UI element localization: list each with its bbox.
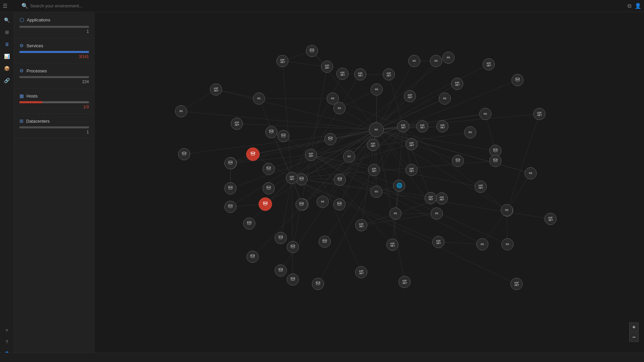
node-8[interactable]: [265, 126, 277, 138]
node-58[interactable]: ASP.NET: [436, 192, 448, 204]
sidebar-card-hosts[interactable]: ▦ Hosts 1/3: [14, 88, 94, 114]
node-10[interactable]: [263, 163, 275, 175]
node-66[interactable]: [247, 251, 259, 263]
sidebar-card-datacenters[interactable]: ⊞ Datacenters 1: [14, 114, 94, 139]
node-61[interactable]: [333, 198, 345, 210]
node-71[interactable]: IIS: [479, 108, 491, 120]
node-31[interactable]: ASP.NET: [336, 68, 348, 80]
node-17[interactable]: [178, 148, 190, 160]
search-area: 🔍: [21, 3, 625, 9]
help-icon[interactable]: ?: [2, 337, 12, 347]
node-43[interactable]: IIS: [369, 122, 384, 137]
node-77[interactable]: IIS: [525, 167, 537, 179]
node-63[interactable]: ASP.NET: [432, 236, 444, 248]
node-19[interactable]: [287, 241, 299, 253]
node-29[interactable]: IIS: [333, 102, 345, 114]
node-78[interactable]: ASP.NET: [544, 213, 556, 225]
node-62[interactable]: [296, 198, 308, 210]
node-52[interactable]: [324, 133, 336, 145]
node-65[interactable]: [319, 236, 331, 248]
node-45[interactable]: ASP.NET: [416, 120, 428, 132]
node-label-75: ASP.NET: [537, 112, 542, 116]
sidebar-card-processes[interactable]: ⚙ Processes 224: [14, 63, 94, 88]
node-46[interactable]: ASP.NET: [436, 120, 448, 132]
node-75[interactable]: ASP.NET: [533, 108, 545, 120]
sidebar-card-services[interactable]: ⚙ Services 3/141: [14, 38, 94, 63]
node-9[interactable]: [277, 130, 289, 142]
node-38[interactable]: [512, 74, 524, 86]
node-67[interactable]: [275, 264, 287, 277]
monitor-nav-icon[interactable]: 🖥: [2, 39, 12, 50]
node-51[interactable]: IIS: [343, 150, 355, 163]
expand-icon[interactable]: »: [2, 324, 12, 335]
node-79[interactable]: IIS: [501, 238, 514, 250]
grid-nav-icon[interactable]: ⊞: [2, 27, 12, 38]
node-1[interactable]: IIS: [175, 105, 187, 117]
node-49[interactable]: ASP.NET: [368, 164, 380, 176]
zoom-out-button[interactable]: −: [629, 333, 639, 342]
node-74[interactable]: ASP.NET: [475, 181, 487, 193]
node-83[interactable]: ASP.NET: [511, 278, 523, 290]
node-40[interactable]: IIS: [439, 93, 451, 105]
node-18[interactable]: [275, 232, 287, 244]
node-7[interactable]: ASP.NET: [231, 118, 243, 130]
node-68[interactable]: [287, 274, 299, 286]
node-16[interactable]: [224, 157, 236, 169]
node-70[interactable]: [312, 278, 324, 290]
node-34[interactable]: IIS: [408, 55, 420, 67]
node-60[interactable]: [334, 174, 346, 186]
node-6[interactable]: [246, 147, 260, 161]
node-37[interactable]: ASP.NET: [483, 58, 495, 70]
network-nav-icon[interactable]: 🔗: [2, 75, 12, 86]
services-bar-fill: [19, 51, 89, 53]
node-35[interactable]: IIS: [430, 55, 442, 67]
node-2[interactable]: ASP.NET: [210, 83, 222, 96]
node-36[interactable]: IIS: [442, 52, 454, 64]
zoom-in-button[interactable]: +: [629, 322, 639, 332]
node-30[interactable]: IIS: [371, 83, 383, 96]
node-56[interactable]: IIS: [431, 207, 443, 220]
node-33[interactable]: ASP.NET: [383, 68, 395, 80]
node-47[interactable]: ASP.NET: [367, 139, 379, 151]
window-icon[interactable]: ⧉: [628, 3, 631, 9]
node-22[interactable]: ASP.NET: [305, 149, 317, 161]
node-25[interactable]: ASP.NET: [276, 55, 288, 67]
node-73[interactable]: [489, 155, 501, 167]
node-57[interactable]: ASP.NET: [355, 219, 367, 231]
node-59[interactable]: 🌐: [393, 180, 405, 192]
node-80[interactable]: ASP.NET: [425, 192, 437, 204]
node-3[interactable]: IIS: [253, 93, 265, 105]
node-54[interactable]: IIS: [370, 186, 382, 198]
node-53[interactable]: IIS: [317, 196, 329, 208]
node-44[interactable]: ASP.NET: [397, 120, 409, 132]
node-69[interactable]: ASP.NET: [355, 266, 367, 278]
box-nav-icon[interactable]: 📦: [2, 63, 12, 74]
node-13[interactable]: [243, 218, 255, 230]
hamburger-icon[interactable]: ☰: [3, 3, 7, 9]
node-23[interactable]: ASP.NET: [286, 172, 298, 184]
search-input[interactable]: [30, 3, 104, 8]
node-42[interactable]: IIS: [464, 126, 476, 138]
node-50[interactable]: ASP.NET: [406, 164, 418, 176]
search-nav-icon[interactable]: 🔍: [2, 15, 12, 25]
node-11[interactable]: [263, 182, 275, 194]
node-26[interactable]: ASP.NET: [321, 61, 333, 73]
node-24[interactable]: [306, 45, 318, 57]
node-41[interactable]: ASP.NET: [451, 78, 463, 90]
sidebar-card-applications[interactable]: ⬡ Applications 1: [14, 12, 94, 38]
node-85[interactable]: IIS: [501, 204, 513, 216]
node-64[interactable]: ASP.NET: [386, 239, 398, 251]
node-84[interactable]: IIS: [476, 238, 488, 250]
node-15[interactable]: [224, 182, 236, 194]
node-label-57: ASP.NET: [359, 223, 364, 228]
node-55[interactable]: IIS: [389, 207, 401, 220]
node-81[interactable]: [452, 155, 464, 167]
node-39[interactable]: ASP.NET: [404, 90, 416, 102]
node-32[interactable]: ASP.NET: [354, 68, 366, 80]
node-48[interactable]: ASP.NET: [406, 138, 418, 150]
node-82[interactable]: ASP.NET: [398, 276, 411, 288]
chart-nav-icon[interactable]: 📊: [2, 51, 12, 62]
user-icon[interactable]: 👤: [635, 3, 641, 9]
node-14[interactable]: [224, 201, 236, 213]
node-12[interactable]: [259, 197, 272, 211]
